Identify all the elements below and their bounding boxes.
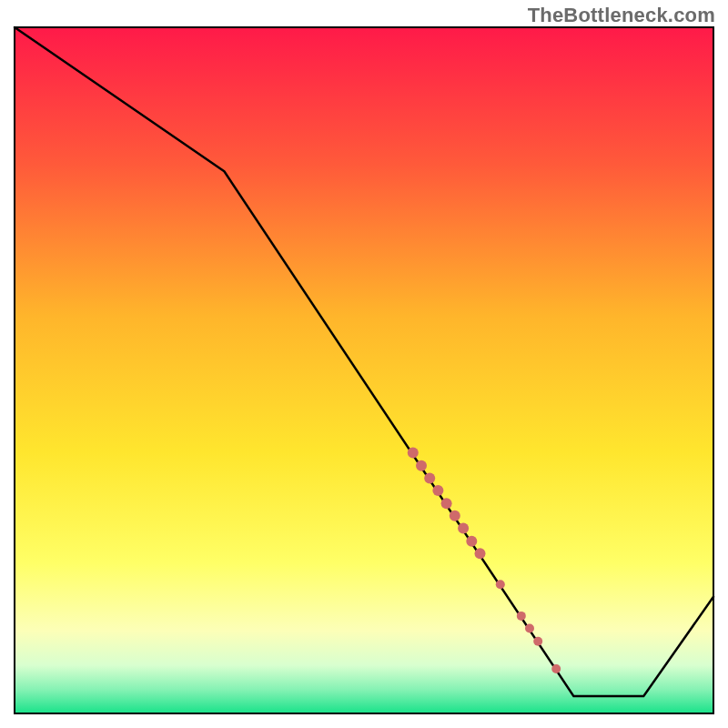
marker-dot [424, 472, 435, 483]
marker-dot [517, 612, 526, 621]
marker-dot [525, 624, 534, 633]
watermark-text: TheBottleneck.com [528, 4, 715, 27]
marker-dot [458, 522, 469, 533]
plot-background [15, 27, 713, 713]
marker-dot [496, 580, 505, 589]
marker-dot [432, 485, 443, 496]
marker-dot [466, 536, 477, 547]
marker-dot [416, 460, 427, 471]
marker-dot [533, 637, 542, 646]
marker-dot [450, 511, 460, 521]
marker-dot [551, 664, 561, 673]
chart-svg [0, 0, 728, 728]
marker-dot [441, 498, 452, 509]
marker-dot [475, 548, 486, 559]
marker-dot [408, 448, 419, 459]
chart-stage: TheBottleneck.com [0, 0, 728, 728]
